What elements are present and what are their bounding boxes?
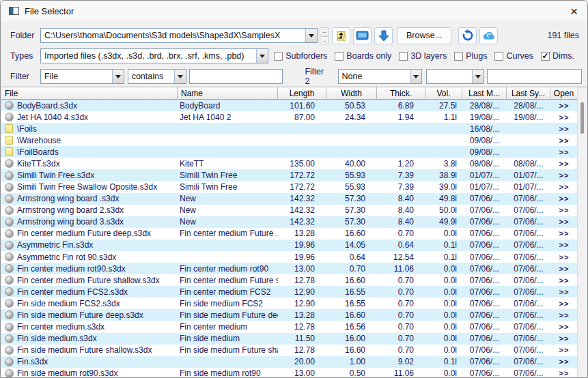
cell-open[interactable]: >> <box>550 100 577 111</box>
table-row[interactable]: \Foils16/08/...>> <box>1 123 577 134</box>
cell-thick: 6.89 <box>377 100 425 111</box>
folder-path-combobox[interactable]: C:\Users\thoma\Documents\S3d models\Shap… <box>40 28 318 43</box>
cell-open[interactable]: >> <box>550 333 577 345</box>
checkbox-boards-only[interactable]: Boards only <box>335 51 391 61</box>
cell-open[interactable]: >> <box>550 134 577 146</box>
column-header-last_m[interactable]: Last M... <box>462 87 507 99</box>
checkbox-box[interactable] <box>494 52 503 61</box>
cell-open[interactable]: >> <box>550 146 577 158</box>
folder-up-button[interactable] <box>332 27 350 44</box>
cell-open[interactable]: >> <box>550 239 577 251</box>
cell-open[interactable]: >> <box>550 205 577 216</box>
filter-operator-combobox[interactable]: contains <box>128 69 187 84</box>
table-row[interactable]: Simili Twin Free Swallow Oposite.s3dxSim… <box>1 181 577 193</box>
table-row[interactable]: \Warehouse09/08/...>> <box>1 134 577 146</box>
checkbox-label: 3D layers <box>410 51 447 61</box>
table-row[interactable]: Armstrong wing board 2.s3dxNew142.3257.3… <box>1 205 577 216</box>
column-header-name[interactable]: Name <box>178 87 278 99</box>
table-row[interactable]: Fin center medium Future deep.s3dxFin ce… <box>1 228 577 239</box>
cell-open[interactable]: >> <box>550 274 577 286</box>
refresh-button[interactable] <box>458 27 477 44</box>
cell-name: Jet HA 1040 2 <box>178 111 278 123</box>
table-row[interactable]: Asymmetric Fin.s3dx19.9614.050.640.1l07/… <box>1 239 577 251</box>
table-row[interactable]: Fin center medium Future shallow.s3dxFin… <box>1 274 577 286</box>
cell-open[interactable]: >> <box>550 263 577 274</box>
checkbox-box[interactable] <box>399 52 408 61</box>
filter2-field-combobox[interactable]: None <box>338 69 423 84</box>
table-row[interactable]: Fin side medium rot90.s3dxFin side mediu… <box>1 368 577 377</box>
checkbox-box[interactable] <box>274 52 283 61</box>
table-row[interactable]: Fin side medium FCS2.s3dxFin side medium… <box>1 297 577 309</box>
cell-open[interactable]: >> <box>550 193 577 205</box>
filter2-operator-combobox[interactable] <box>426 69 484 84</box>
chevron-down-icon[interactable] <box>472 70 484 83</box>
cell-open[interactable]: >> <box>550 368 577 377</box>
table-row[interactable]: Fin center medium.s3dxFin center medium1… <box>1 321 577 332</box>
table-row[interactable]: Fin side medium Future shallow.s3dxFin s… <box>1 345 577 356</box>
column-header-vol[interactable]: Vol. <box>425 87 462 99</box>
cell-open[interactable]: >> <box>550 123 577 134</box>
back-arrow-icon[interactable]: ← <box>320 27 329 35</box>
filter-value-input[interactable] <box>189 69 283 84</box>
table-row[interactable]: KiteTT.s3dxKiteTT135.0040.001.203.8l08/0… <box>1 158 577 169</box>
column-header-open[interactable]: Open <box>550 87 577 99</box>
cell-open[interactable]: >> <box>550 309 577 321</box>
cell-open[interactable]: >> <box>550 169 577 181</box>
column-header-thick[interactable]: Thick. <box>377 87 425 99</box>
cell-open[interactable]: >> <box>550 216 577 228</box>
table-row[interactable]: Fin side medium Future deep.s3dxFin side… <box>1 309 577 321</box>
checkbox-plugs[interactable]: Plugs <box>454 51 487 61</box>
checkbox-box[interactable] <box>454 52 463 61</box>
column-header-last_sy[interactable]: Last Sy... <box>507 87 550 99</box>
column-header-file[interactable]: File <box>1 87 178 99</box>
table-row[interactable]: Simili Twin Free.s3dxSimili Twin Free172… <box>1 169 577 181</box>
cloud-sync-button[interactable] <box>479 27 498 44</box>
cell-open[interactable]: >> <box>550 228 577 239</box>
column-header-width[interactable]: Width <box>326 87 377 99</box>
checkbox-box[interactable] <box>335 52 344 61</box>
cell-open[interactable]: >> <box>550 345 577 356</box>
close-icon[interactable]: × <box>569 5 579 18</box>
table-row[interactable]: Jet HA 1040 4.s3dxJet HA 1040 287.0024.3… <box>1 111 577 123</box>
forward-arrow-icon[interactable]: → <box>320 36 329 44</box>
move-down-button[interactable] <box>374 27 393 44</box>
table-row[interactable]: Fin.s3dx20.001.009.020.1l07/06/...07/06/… <box>1 356 577 368</box>
cell-open[interactable]: >> <box>550 251 577 263</box>
table-row[interactable]: Armstrong wing board .s3dxNew142.3257.30… <box>1 193 577 205</box>
chevron-down-icon[interactable] <box>112 70 124 83</box>
types-combobox[interactable]: Imported files (.s3dx, .s3d, .brd, .brx,… <box>40 48 268 63</box>
cell-open[interactable]: >> <box>550 356 577 368</box>
scrollbar-thumb[interactable] <box>580 102 584 134</box>
chevron-down-icon[interactable] <box>256 49 268 63</box>
cell-open[interactable]: >> <box>550 321 577 332</box>
table-row[interactable]: Fin center medium rot90.s3dxFin center m… <box>1 263 577 274</box>
column-header-length[interactable]: Length <box>278 87 326 99</box>
checkbox-curves[interactable]: Curves <box>494 51 533 61</box>
table-row[interactable]: BodyBoard.s3dxBodyBoard101.6050.536.8927… <box>1 100 577 111</box>
cell-open[interactable]: >> <box>550 297 577 309</box>
cell-open[interactable]: >> <box>550 286 577 297</box>
table-row[interactable]: Asymmetric Fin rot 90.s3dx19.960.6412.54… <box>1 251 577 263</box>
cell-open[interactable]: >> <box>550 181 577 193</box>
checkbox-box[interactable]: ✓ <box>541 52 550 61</box>
filter2-value-input[interactable] <box>487 69 582 84</box>
checkbox-subforders[interactable]: Subforders <box>274 51 327 61</box>
chevron-down-icon[interactable] <box>305 29 317 42</box>
browse-button[interactable]: Browse... <box>397 27 451 44</box>
table-row[interactable]: Armstrong wing board 3.s3dxNew142.3257.3… <box>1 216 577 228</box>
table-row[interactable]: Fin side medium.s3dxFin side medium11.50… <box>1 333 577 345</box>
cell-name: Simili Twin Free <box>178 169 278 181</box>
chevron-down-icon[interactable] <box>410 70 421 83</box>
checkbox-dims-[interactable]: ✓Dims. <box>541 51 574 61</box>
desktop-button[interactable] <box>353 27 372 44</box>
checkbox-3d-layers[interactable]: 3D layers <box>399 51 447 61</box>
filter-field-combobox[interactable]: File <box>40 69 124 84</box>
table-row[interactable]: Fin center medium FCS2.s3dxFin center me… <box>1 286 577 297</box>
table-row[interactable]: \FoilBoards09/08/...>> <box>1 146 577 158</box>
chevron-down-icon[interactable] <box>174 70 186 83</box>
cell-open[interactable]: >> <box>550 158 577 169</box>
cell-open[interactable]: >> <box>550 111 577 123</box>
vertical-scrollbar[interactable] <box>577 87 587 377</box>
cell-width: 57.30 <box>326 193 377 205</box>
cell-vol: 39.0l <box>425 181 462 193</box>
